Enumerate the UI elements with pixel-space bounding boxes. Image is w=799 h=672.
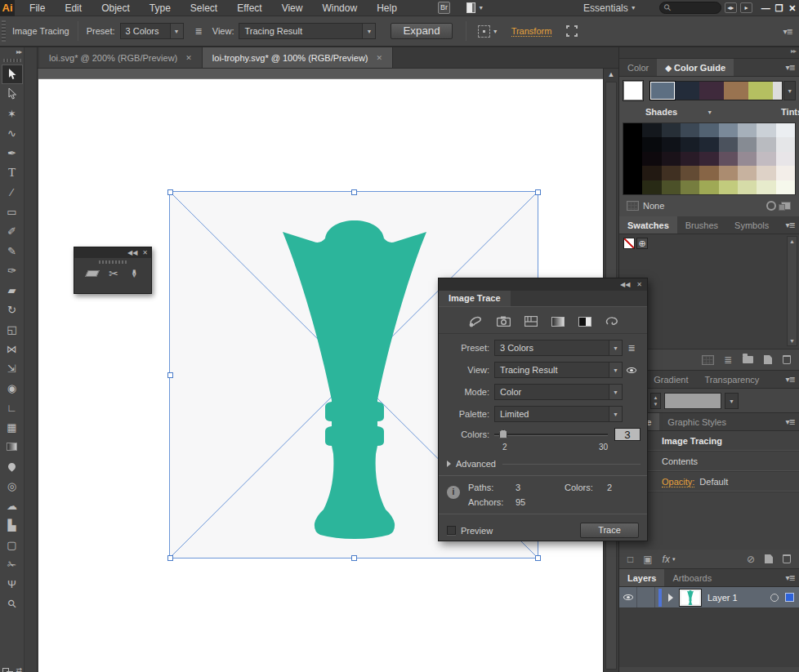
slice-tool[interactable]: ✁ [2, 554, 23, 574]
harmony-colors-strip[interactable] [649, 81, 783, 100]
selection-handle[interactable] [167, 372, 173, 378]
panel-menu-icon[interactable]: ▾≣ [786, 569, 799, 586]
scroll-down-icon[interactable]: ▼ [789, 338, 795, 344]
color-cell[interactable] [662, 166, 681, 180]
color-cell[interactable] [642, 166, 661, 180]
collapse-icon[interactable]: ◀◀ [127, 249, 137, 256]
mode-dropdown[interactable]: Color ▼ [494, 384, 623, 400]
magic-wand-tool[interactable]: ✶ [2, 104, 23, 123]
stroke-weight-value[interactable] [664, 393, 721, 409]
layer-target-icon[interactable] [770, 594, 779, 602]
new-swatch-icon[interactable] [764, 355, 772, 364]
swap-fill-stroke-icon[interactable]: ⇄ [16, 666, 22, 672]
color-cell[interactable] [642, 137, 661, 151]
perspective-grid-tool[interactable]: ∟ [2, 398, 23, 417]
eraser-tool-icon[interactable] [85, 270, 100, 277]
eraser-tool[interactable]: ▰ [2, 280, 23, 300]
tab-graphic-styles[interactable]: Graphic Styles [659, 413, 734, 430]
scissors-tool-icon[interactable]: ✂ [109, 267, 118, 280]
pencil-tool[interactable]: ✎ [2, 241, 23, 260]
color-cell[interactable] [776, 180, 795, 194]
color-cell[interactable] [776, 137, 795, 151]
swatch-kinds-icon[interactable] [703, 356, 713, 364]
color-cell[interactable] [681, 152, 699, 166]
colors-value-input[interactable] [614, 428, 641, 441]
layer-lock-toggle[interactable] [637, 587, 655, 607]
color-cell[interactable] [662, 152, 681, 166]
opacity-link[interactable]: Opacity: [662, 477, 694, 487]
color-cell[interactable] [724, 82, 748, 100]
none-swatch[interactable] [623, 238, 635, 249]
document-tab[interactable]: loi.svg* @ 200% (RGB/Preview) ✕ [39, 47, 203, 68]
menu-file[interactable]: File [20, 0, 55, 16]
search-input[interactable]: ⚲ [659, 2, 721, 14]
tools-panel-collapse-icon[interactable]: ▸▸ [0, 47, 24, 57]
blend-tool[interactable]: ◎ [2, 476, 23, 496]
color-cell[interactable] [776, 166, 795, 180]
color-cell[interactable] [757, 166, 775, 180]
free-transform-tool[interactable]: ⇲ [2, 358, 23, 378]
color-cell[interactable] [757, 180, 775, 194]
layer-selected-indicator[interactable] [785, 593, 794, 602]
tab-color[interactable]: Color [619, 59, 657, 76]
view-dropdown[interactable]: Tracing Result ▼ [239, 23, 376, 39]
color-cell[interactable] [623, 137, 642, 151]
close-icon[interactable]: ✕ [377, 54, 383, 62]
color-cell[interactable] [719, 137, 738, 151]
line-segment-tool[interactable]: ∕ [2, 182, 23, 202]
selection-tool[interactable] [2, 65, 23, 84]
selection-handle[interactable] [167, 555, 173, 561]
chevron-down-icon[interactable]: ▼ [725, 393, 739, 409]
bridge-button[interactable]: Br [438, 2, 450, 14]
color-cell[interactable] [699, 82, 724, 100]
dock-collapse-icon[interactable]: ▸▸ [619, 47, 799, 59]
color-cell[interactable] [642, 152, 661, 166]
width-tool[interactable]: ⋈ [2, 339, 23, 358]
advanced-disclosure[interactable]: Advanced [447, 459, 641, 469]
color-cell[interactable] [738, 152, 757, 166]
menu-effect[interactable]: Effect [227, 0, 271, 16]
blob-brush-tool[interactable]: ✑ [2, 260, 23, 280]
color-cell[interactable] [681, 123, 699, 137]
outline-icon[interactable] [605, 316, 618, 327]
close-icon[interactable]: ✕ [185, 54, 192, 62]
collapse-icon[interactable]: ◀◀ [620, 281, 630, 288]
black-and-white-icon[interactable] [578, 317, 591, 327]
duplicate-item-icon[interactable] [765, 554, 773, 563]
trace-button[interactable]: Trace [580, 523, 639, 538]
preset-dropdown[interactable]: 3 Colors ▼ [494, 340, 623, 356]
image-trace-tab[interactable]: Image Trace [439, 291, 511, 306]
default-fill-stroke-icon[interactable]: ⇄ [2, 666, 22, 672]
slider-knob[interactable] [499, 429, 507, 438]
hand-tool[interactable]: Ψ [2, 574, 23, 594]
document-tab-active[interactable]: loi-trophy.svg* @ 100% (RGB/Preview) ✕ [203, 47, 393, 68]
color-cell[interactable] [699, 137, 718, 151]
preset-menu-icon[interactable]: ≣ [623, 343, 641, 354]
column-graph-tool[interactable]: ▙ [2, 515, 23, 535]
selection-handle[interactable] [167, 189, 173, 195]
new-stroke-icon[interactable]: □ [627, 554, 633, 565]
rectangle-tool[interactable]: ▭ [2, 202, 23, 221]
color-cell[interactable] [642, 180, 661, 194]
color-cell[interactable] [719, 123, 738, 137]
color-cell[interactable] [662, 180, 681, 194]
select-similar-icon[interactable] [478, 25, 490, 38]
tab-transparency[interactable]: Transparency [696, 371, 767, 388]
type-tool[interactable]: T [2, 162, 23, 182]
shape-builder-tool[interactable]: ◉ [2, 378, 23, 398]
delete-item-icon[interactable] [783, 554, 791, 563]
tab-layers[interactable]: Layers [619, 569, 664, 586]
color-cell[interactable] [719, 152, 738, 166]
tab-color-guide[interactable]: ⬥ Color Guide [657, 59, 734, 76]
direct-selection-tool[interactable] [2, 84, 23, 104]
trophy-artwork[interactable] [283, 219, 426, 539]
color-cell[interactable] [650, 82, 675, 100]
color-cell[interactable] [699, 123, 718, 137]
color-cell[interactable] [757, 152, 775, 166]
color-cell[interactable] [623, 166, 642, 180]
mesh-tool[interactable]: ▦ [2, 417, 23, 437]
menu-help[interactable]: Help [367, 0, 407, 16]
zoom-tool[interactable]: ⚲ [2, 594, 23, 613]
registration-swatch[interactable]: ⊕ [636, 238, 648, 249]
delete-swatch-icon[interactable] [783, 355, 791, 364]
